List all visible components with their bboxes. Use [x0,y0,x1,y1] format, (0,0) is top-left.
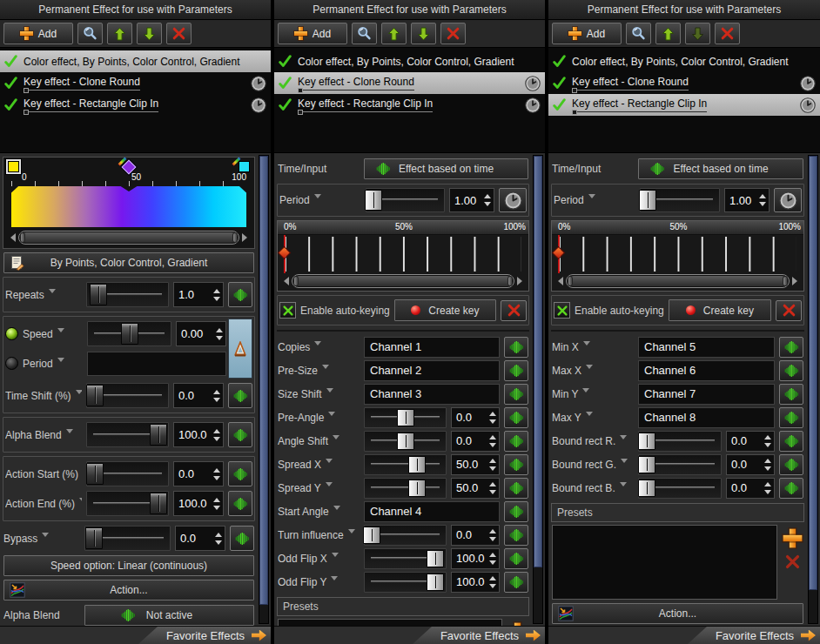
time-shift-slider[interactable] [86,383,169,408]
v-scrollbar[interactable] [533,155,543,624]
spinner[interactable] [764,482,774,494]
spinner[interactable] [489,412,499,424]
effect-item-rectangle-clip[interactable]: Key effect - Rectangle Clip In [548,94,820,116]
live-input-button[interactable] [779,431,803,452]
slider-handle[interactable] [365,190,382,211]
period-value[interactable]: 1.00 [449,188,494,212]
copies-channel-field[interactable]: Channel 1 [364,337,500,358]
presets-list[interactable] [552,525,777,600]
effect-item-color-effect[interactable]: Color effect, By Points, Color Control, … [274,50,545,72]
max-y-channel-field[interactable]: Channel 8 [638,407,775,428]
scroll-thumb[interactable] [568,276,787,286]
live-input-button[interactable] [779,407,803,428]
effect-item-rectangle-clip[interactable]: Key effect - Rectangle Clip In [274,94,545,116]
live-input-button[interactable] [779,360,803,381]
action-start-label[interactable]: Action Start (%) [5,468,82,480]
move-up-button[interactable] [381,23,407,44]
bound-rect-r-slider[interactable] [638,431,722,452]
metronome-button[interactable] [228,319,252,379]
gradient-scrollbar[interactable] [6,230,252,245]
param-label[interactable]: Spread X [278,459,360,471]
action-end-slider[interactable] [86,491,169,516]
live-input-button[interactable] [504,478,528,499]
angle-shift-value[interactable]: 0.0 [451,431,500,452]
slider-handle[interactable] [150,424,167,446]
param-label[interactable]: Copies [278,341,360,353]
spinner[interactable] [764,459,774,471]
time-mode-button[interactable]: Effect based on time [364,158,528,179]
spinner[interactable] [213,468,223,480]
action-button[interactable]: Action... [552,603,803,624]
auto-keying-checkbox[interactable] [279,302,296,319]
live-input-button[interactable] [504,501,528,522]
live-input-button[interactable] [504,431,528,452]
param-label[interactable]: Size Shift [278,388,360,400]
key-timeline[interactable]: 0% 50% 100% [277,220,529,292]
live-input-button[interactable] [504,525,528,546]
spread-x-slider[interactable] [364,454,447,475]
slider-handle[interactable] [150,493,167,514]
live-input-button[interactable] [779,478,803,499]
presets-list[interactable] [278,619,502,626]
scroll-track[interactable] [566,274,790,288]
pre-angle-value[interactable]: 0.0 [451,407,500,428]
pre-angle-slider[interactable] [364,407,447,428]
spread-y-value[interactable]: 50.0 [451,478,500,499]
live-input-button[interactable] [504,337,528,358]
param-label[interactable]: Odd Flip X [278,553,360,565]
slider-handle[interactable] [638,456,655,473]
period-slider[interactable] [366,188,445,212]
param-label[interactable]: Bound rect R. [552,435,634,447]
min-x-channel-field[interactable]: Channel 5 [638,337,775,358]
effect-item-clone-round[interactable]: Key effect - Clone Round [274,72,545,94]
param-label[interactable]: Angle Shift [278,435,360,447]
min-y-channel-field[interactable]: Channel 7 [638,384,775,405]
delete-effect-button[interactable] [166,23,192,44]
speed-slider[interactable] [87,321,171,346]
param-label[interactable]: Min X [552,341,634,353]
timeline-body[interactable] [278,235,528,273]
action-end-label[interactable]: Action End (%) [5,498,82,510]
spinner[interactable] [213,429,223,441]
action-start-live-input-button[interactable] [228,461,252,486]
spinner[interactable] [764,435,774,447]
add-effect-button[interactable]: Add [278,23,347,44]
spinner[interactable] [489,482,499,494]
param-label[interactable]: Bound rect B. [552,482,634,494]
slider-handle[interactable] [408,456,426,473]
odd-flip-x-slider[interactable] [364,548,447,569]
live-input-button[interactable] [504,360,528,381]
favorite-effects-tab[interactable]: Favorite Effects [138,627,271,644]
delete-effect-button[interactable] [440,23,466,44]
repeats-slider[interactable] [86,282,169,307]
slider-handle[interactable] [363,527,380,544]
live-input-button[interactable] [504,407,528,428]
start-angle-channel-field[interactable]: Channel 4 [364,501,500,522]
action-start-slider[interactable] [86,461,169,486]
time-shift-label[interactable]: Time Shift (%) [5,390,82,402]
pre-size-channel-field[interactable]: Channel 2 [364,360,500,381]
live-input-button[interactable] [779,454,803,475]
slider-handle[interactable] [86,463,104,485]
live-input-button[interactable] [779,384,803,405]
spinner[interactable] [489,459,499,471]
repeats-label[interactable]: Repeats [5,289,82,301]
move-down-button[interactable] [137,23,162,44]
auto-keying-checkbox[interactable] [554,302,570,319]
bound-rect-g-slider[interactable] [638,454,722,475]
param-label[interactable]: Pre-Size [278,365,360,377]
slider-handle[interactable] [85,527,103,549]
v-scroll-thumb[interactable] [534,156,542,567]
scroll-track[interactable] [18,231,239,245]
spinner[interactable] [215,533,225,545]
gradient-bar[interactable] [11,186,246,227]
param-label[interactable]: Pre-Angle [278,412,360,424]
alpha-blend-live-input-button[interactable] [228,422,252,447]
slider-handle[interactable] [638,480,655,497]
timeline-scrollbar[interactable] [279,273,527,289]
spinner[interactable] [213,390,223,402]
action-start-value[interactable]: 0.0 [173,461,224,486]
gradient-stop-end[interactable] [239,161,250,172]
search-button[interactable] [77,23,103,44]
timeline-playhead[interactable] [284,235,286,273]
